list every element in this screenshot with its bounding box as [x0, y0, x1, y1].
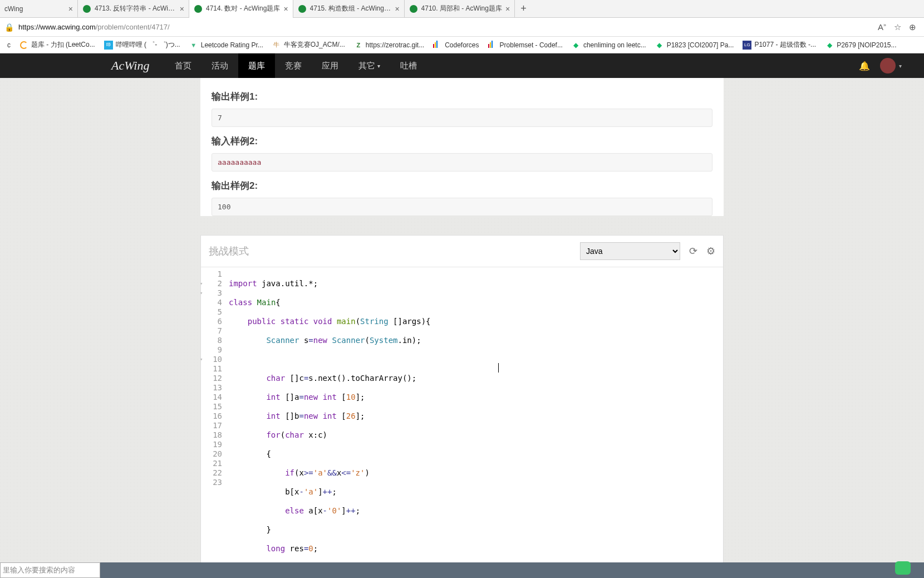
input-sample-2-title: 输入样例2: — [212, 135, 712, 148]
close-icon[interactable]: × — [180, 4, 184, 13]
chevron-down-icon: ▾ — [899, 63, 902, 69]
favicon — [409, 4, 418, 13]
nowcoder-icon: 牛 — [272, 41, 281, 50]
nav-apps[interactable]: 应用 — [312, 53, 348, 78]
chat-bubble-icon[interactable] — [895, 561, 911, 575]
bottom-strip — [100, 562, 924, 578]
brand-logo[interactable]: AcWing — [111, 58, 149, 73]
lock-icon: 🔒 — [4, 23, 14, 32]
bookmark[interactable]: 牛牛客竞赛OJ_ACM/... — [269, 38, 348, 51]
nav-activity[interactable]: 活动 — [201, 53, 238, 78]
bookmark[interactable]: ▼Leetcode Rating Pr... — [186, 39, 266, 51]
refresh-icon[interactable]: ⟳ — [689, 245, 697, 257]
bookmark[interactable]: ◆P1823 [COI2007] Pa... — [652, 39, 737, 51]
bookmark[interactable]: Problemset - Codef... — [485, 39, 566, 51]
close-icon[interactable]: × — [283, 4, 288, 13]
zerotrac-icon: Z — [354, 41, 363, 50]
tab-title: 4714. 数对 - AcWing题库 — [206, 4, 280, 13]
tab[interactable]: 4710. 局部和 - AcWing题库 × — [405, 0, 515, 18]
avatar — [880, 58, 896, 74]
vue-icon: ▼ — [189, 41, 198, 50]
codeforces-icon — [488, 41, 497, 50]
bookmark[interactable]: c — [4, 40, 13, 51]
tab-title: 4710. 局部和 - AcWing题库 — [421, 4, 502, 13]
text-cursor — [498, 363, 499, 373]
bookmark-bar: c 题库 - 力扣 (LeetCo... 哔哔哩哔哩 ( ゜- ゜)つ... ▼… — [0, 37, 924, 53]
tab[interactable]: 4715. 构造数组 - AcWing题库 × — [293, 0, 405, 18]
site-navbar: AcWing 首页 活动 题库 竞赛 应用 其它▾ 吐槽 🔔 ▾ — [0, 53, 924, 78]
search-input[interactable]: 里输入你要搜索的内容 — [0, 562, 100, 578]
collections-icon[interactable]: ⊕ — [909, 22, 916, 32]
bookmark[interactable]: ◆chenliming on leetc... — [569, 39, 649, 51]
language-select[interactable]: Java — [580, 242, 680, 260]
favicon — [82, 4, 91, 13]
address-bar: 🔒 https://www.acwing.com/problem/content… — [0, 18, 924, 37]
line-gutter: 1234567891011121314151617181920212223 — [201, 267, 225, 578]
input-sample-2: aaaaaaaaaa — [212, 153, 712, 172]
problem-panel: 输出样例1: 7 输入样例2: aaaaaaaaaa 输出样例2: 100 — [200, 78, 724, 216]
bilibili-icon: 哔 — [104, 41, 113, 50]
read-aloud-icon[interactable]: A» — [878, 22, 886, 32]
nav-contest[interactable]: 竞赛 — [275, 53, 312, 78]
close-icon[interactable]: × — [395, 4, 399, 13]
nav-tucao[interactable]: 吐槽 — [390, 53, 427, 78]
tab[interactable]: cWing × — [0, 0, 78, 18]
bookmark[interactable]: 题库 - 力扣 (LeetCo... — [17, 38, 98, 51]
url-input[interactable]: https://www.acwing.com/problem/content/4… — [18, 23, 873, 31]
code-area[interactable]: import java.util.*; class Main{ public s… — [225, 267, 723, 578]
nav-other[interactable]: 其它▾ — [348, 53, 390, 78]
leetcode-icon — [20, 41, 28, 49]
output-sample-1: 7 — [212, 109, 712, 127]
nav-problems[interactable]: 题库 — [238, 53, 275, 78]
favicon — [298, 4, 307, 13]
output-sample-1-title: 输出样例1: — [212, 90, 712, 103]
browser-tabs: cWing × 4713. 反转字符串 - AcWing题库 × 4714. 数… — [0, 0, 924, 18]
bookmark[interactable]: ◆P2679 [NOIP2015... — [822, 39, 899, 51]
diamond-icon: ◆ — [655, 41, 664, 50]
bookmark[interactable]: LGP1077 - 超级倍数 -... — [740, 38, 819, 51]
challenge-mode-label[interactable]: 挑战模式 — [209, 244, 249, 258]
codeforces-icon — [433, 41, 442, 50]
close-icon[interactable]: × — [505, 4, 510, 13]
luogu-icon: LG — [743, 41, 751, 50]
new-tab-button[interactable]: + — [515, 3, 532, 14]
close-icon[interactable]: × — [68, 4, 73, 13]
tab-title: 4713. 反转字符串 - AcWing题库 — [95, 4, 176, 13]
bookmark[interactable]: Zhttps://zerotrac.git... — [351, 39, 427, 51]
bell-icon[interactable]: 🔔 — [859, 61, 870, 71]
bookmark[interactable]: 哔哔哩哔哩 ( ゜- ゜)つ... — [101, 38, 183, 51]
favicon — [194, 4, 203, 13]
user-menu[interactable]: ▾ — [880, 58, 902, 74]
gear-icon[interactable]: ⚙ — [706, 245, 715, 257]
output-sample-2: 100 — [212, 198, 712, 216]
diamond-icon: ◆ — [825, 41, 834, 50]
favorite-icon[interactable]: ☆ — [894, 22, 901, 32]
code-editor[interactable]: 1234567891011121314151617181920212223 im… — [201, 267, 723, 578]
output-sample-2-title: 输出样例2: — [212, 179, 712, 192]
tab-title: 4715. 构造数组 - AcWing题库 — [310, 4, 392, 13]
nav-home[interactable]: 首页 — [165, 53, 201, 78]
diamond-icon: ◆ — [572, 41, 581, 50]
code-editor-panel: 挑战模式 Java ⟳ ⚙ 12345678910111213141516171… — [200, 235, 724, 578]
tab[interactable]: 4713. 反转字符串 - AcWing题库 × — [78, 0, 189, 18]
chevron-down-icon: ▾ — [377, 63, 380, 69]
tab-title: cWing — [4, 5, 65, 13]
bookmark[interactable]: Codeforces — [430, 39, 481, 51]
tab-active[interactable]: 4714. 数对 - AcWing题库 × — [189, 0, 293, 18]
